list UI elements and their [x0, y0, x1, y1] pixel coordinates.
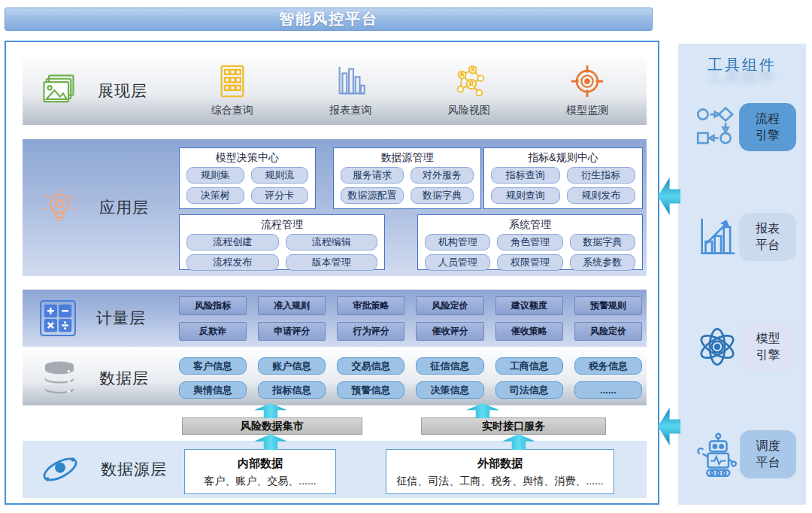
tool-button-label: 流程引擎 [755, 111, 780, 143]
internal-data-desc: 客户、账户、交易、...... [185, 472, 335, 490]
report-chart-icon [695, 215, 738, 259]
presentation-layer-head: 展现层 [23, 56, 173, 125]
measurement-layer-head: 计量层 [23, 290, 173, 347]
tools-sidebar-title: 工具组件 [678, 55, 806, 75]
application-layer-head: 应用层 [23, 139, 173, 276]
app-chip: 数据字典 [411, 187, 474, 204]
tools-to-platform-arrow [658, 178, 680, 215]
internal-data-title: 内部数据 [185, 455, 335, 472]
presentation-item-label: 报表查询 [329, 104, 371, 117]
app-chip: 权限管理 [497, 254, 562, 271]
app-chip: 流程编辑 [286, 234, 378, 250]
measurement-chip: 风险定价 [574, 322, 642, 341]
app-chip: 规则集 [186, 167, 244, 184]
presentation-layer-label: 展现层 [98, 80, 147, 102]
group-items: 规则集 规则流 决策树 评分卡 [186, 167, 308, 204]
app-chip: 指标查询 [491, 167, 560, 184]
group-process-management: 流程管理 流程创建 流程编辑 流程发布 版本管理 [179, 214, 385, 270]
app-chip: 版本管理 [286, 254, 378, 271]
tool-button-label: 调度平台 [756, 438, 781, 470]
group-items: 机构管理 角色管理 数据字典 人员管理 权限管理 系统参数 [425, 234, 635, 271]
app-chip: 对外服务 [411, 167, 474, 184]
presentation-item-label: 模型监测 [566, 104, 608, 117]
group-system-management: 系统管理 机构管理 角色管理 数据字典 人员管理 权限管理 系统参数 [417, 214, 643, 270]
group-datasource-management: 数据源管理 服务请求 对外服务 数据源配置 数据字典 [333, 147, 481, 209]
flow-up-arrow [254, 403, 287, 418]
bulb-gear-icon [39, 187, 80, 228]
data-chip: 征信信息 [416, 357, 483, 375]
external-data-box: 外部数据 征信、司法、工商、税务、舆情、消费、...... [386, 449, 614, 494]
data-chip: 客户信息 [179, 357, 247, 375]
tool-button-report-platform: 报表平台 [739, 213, 796, 261]
measurement-chip: 反欺诈 [179, 322, 247, 341]
galaxy-icon [39, 448, 81, 490]
group-title: 系统管理 [418, 217, 642, 232]
bar-chart-icon [333, 64, 368, 99]
data-layer-band: 数据层 客户信息 账户信息 交易信息 征信信息 工商信息 税务信息 舆情信息 指… [23, 351, 647, 405]
group-title: 指标&规则中心 [484, 150, 642, 165]
data-chip: 预警信息 [337, 381, 404, 399]
measurement-chip: 准入规则 [258, 296, 326, 315]
database-icon [39, 358, 80, 399]
presentation-item-report: 报表查询 [308, 64, 392, 117]
group-model-decision-center: 模型决策中心 规则集 规则流 决策树 评分卡 [179, 147, 316, 209]
tool-item-report-platform: 报表平台 [678, 212, 806, 262]
app-chip: 规则发布 [567, 187, 636, 204]
presentation-item-riskview: 风险视图 [427, 64, 511, 117]
atom-icon [695, 324, 740, 369]
measurement-chip: 预警规则 [574, 296, 642, 315]
datasource-layer-label: 数据源层 [101, 459, 167, 480]
tool-item-schedule-platform: 调度平台 [678, 424, 806, 484]
data-chip: 交易信息 [337, 357, 404, 375]
measurement-chip: 催收策略 [495, 322, 563, 341]
tool-button-label: 报表平台 [755, 220, 780, 253]
calculator-icon [39, 299, 77, 337]
grid-icon [215, 64, 250, 99]
data-layer-head: 数据层 [23, 351, 173, 405]
data-chip: 司法信息 [495, 381, 563, 399]
presentation-item-label: 风险视图 [448, 104, 490, 117]
tool-item-model-engine: 模型引擎 [678, 320, 806, 373]
group-items: 服务请求 对外服务 数据源配置 数据字典 [341, 167, 474, 204]
measurement-chip: 审批策略 [337, 296, 404, 315]
app-chip: 评分卡 [251, 187, 309, 204]
presentation-item-query: 综合查询 [190, 64, 274, 117]
tool-button-label: 模型引擎 [756, 330, 781, 363]
network-icon [452, 64, 486, 99]
realtime-api-service-bar: 实时接口服务 [421, 417, 606, 435]
app-chip: 角色管理 [497, 234, 562, 250]
measurement-layer-label: 计量层 [96, 308, 146, 329]
data-layer-label: 数据层 [99, 368, 149, 389]
tool-button-schedule-platform: 调度平台 [740, 430, 796, 478]
platform-title-banner: 智能风控平台 [5, 8, 653, 31]
external-data-title: 外部数据 [386, 455, 614, 472]
internal-data-box: 内部数据 客户、账户、交易、...... [184, 449, 336, 494]
app-chip: 规则流 [251, 167, 309, 184]
app-chip: 系统参数 [570, 254, 635, 271]
tools-sidebar: 工具组件 流程引擎 [678, 44, 806, 505]
application-layer-label: 应用层 [99, 197, 149, 218]
group-title: 数据源管理 [334, 150, 480, 165]
app-chip: 服务请求 [341, 167, 404, 184]
flowchart-icon [695, 105, 738, 149]
app-chip: 数据字典 [570, 234, 635, 250]
measurement-chip: 催收评分 [416, 322, 483, 341]
presentation-item-monitor: 模型监测 [545, 64, 629, 117]
measurement-layer-band: 计量层 风险指标 准入规则 审批策略 风险定价 建议额度 预警规则 反欺诈 申请… [23, 290, 647, 347]
tools-to-platform-arrow [658, 408, 680, 445]
group-items: 流程创建 流程编辑 流程发布 版本管理 [186, 234, 377, 271]
measurement-chip: 风险指标 [179, 296, 247, 315]
robot-icon [695, 432, 740, 477]
pictures-icon [39, 71, 78, 111]
tool-item-process-engine: 流程引擎 [678, 102, 806, 152]
measurement-chip: 申请评分 [258, 322, 326, 341]
data-chip: 舆情信息 [179, 381, 247, 399]
presentation-layer-band: 展现层 综合查询 [23, 56, 647, 125]
measurement-chip: 风险定价 [416, 296, 483, 315]
datasource-layer-band: 数据源层 内部数据 客户、账户、交易、...... 外部数据 征信、司法、工商、… [23, 441, 647, 498]
data-chip: 指标信息 [258, 381, 326, 399]
group-title: 流程管理 [180, 217, 384, 232]
data-chip: 税务信息 [574, 357, 642, 375]
tool-button-model-engine: 模型引擎 [740, 323, 796, 371]
tool-button-process-engine: 流程引擎 [739, 103, 796, 151]
